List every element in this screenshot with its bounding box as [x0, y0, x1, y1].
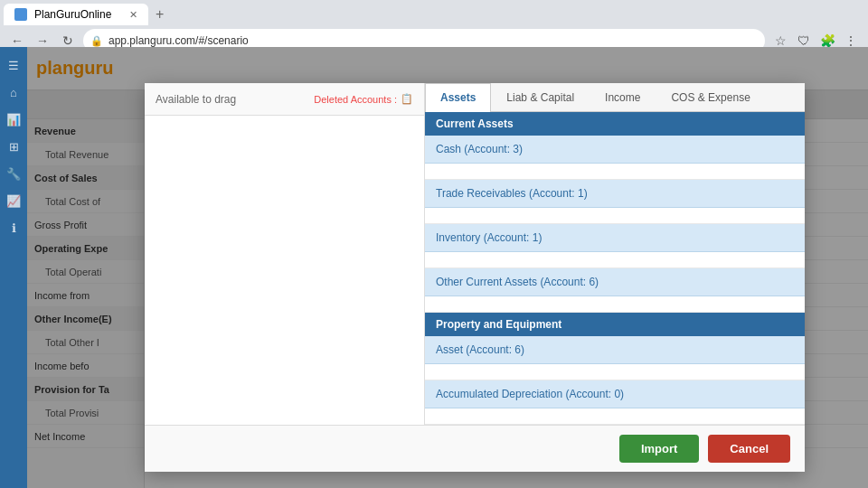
sidebar-home-icon[interactable]: ⌂ — [3, 81, 24, 103]
tab-income[interactable]: Income — [590, 83, 656, 111]
cancel-button[interactable]: Cancel — [708, 435, 790, 463]
modal-overlay: Available to drag Deleted Accounts : 📋 — [27, 47, 868, 488]
sidebar: ☰ ⌂ 📊 ⊞ 🔧 📈 ℹ — [0, 47, 27, 488]
account-list: Current Assets Cash (Account: 3) Trade R… — [425, 112, 805, 425]
import-button[interactable]: Import — [619, 435, 699, 463]
import-modal: Available to drag Deleted Accounts : 📋 — [145, 83, 805, 472]
deleted-accounts-label: Deleted Accounts : 📋 — [314, 93, 413, 105]
sidebar-menu-icon[interactable]: ☰ — [3, 54, 24, 76]
modal-footer: Import Cancel — [145, 425, 805, 472]
left-panel: Available to drag Deleted Accounts : 📋 — [145, 83, 425, 425]
sidebar-tools-icon[interactable]: 🔧 — [3, 163, 24, 184]
tab-assets[interactable]: Assets — [425, 83, 491, 112]
available-to-drag-label: Available to drag — [156, 93, 236, 106]
browser-tab-close[interactable]: ✕ — [129, 9, 137, 21]
browser-favicon — [14, 8, 27, 21]
account-item-asset[interactable]: Asset (Account: 6) — [425, 336, 805, 364]
sidebar-trend-icon[interactable]: 📈 — [3, 190, 24, 211]
tab-cos-expense[interactable]: COS & Expense — [656, 83, 765, 111]
current-assets-header: Current Assets — [425, 112, 805, 136]
account-item-other-current[interactable]: Other Current Assets (Account: 6) — [425, 268, 805, 296]
modal-body: Available to drag Deleted Accounts : 📋 — [145, 83, 805, 425]
account-sub-row — [425, 252, 805, 268]
account-sub-row — [425, 408, 805, 425]
sidebar-grid-icon[interactable]: ⊞ — [3, 136, 24, 157]
account-item-cash[interactable]: Cash (Account: 3) — [425, 136, 805, 164]
deleted-accounts-icon[interactable]: 📋 — [401, 93, 413, 105]
account-sub-row — [425, 164, 805, 180]
account-item-inventory[interactable]: Inventory (Account: 1) — [425, 224, 805, 252]
browser-tab[interactable]: PlanGuruOnline ✕ — [4, 4, 148, 25]
property-equipment-header: Property and Equipment — [425, 313, 805, 336]
tab-liab-capital[interactable]: Liab & Capital — [491, 83, 590, 111]
lock-icon: 🔒 — [90, 35, 103, 47]
account-item-depreciation[interactable]: Accumulated Depreciation (Account: 0) — [425, 380, 805, 408]
right-panel: Assets Liab & Capital Income COS & Expen… — [425, 83, 805, 425]
new-tab-button[interactable]: + — [152, 6, 167, 23]
url-text: app.planguru.com/#/scenario — [108, 34, 736, 47]
account-sub-row — [425, 364, 805, 380]
app-container: ☰ ⌂ 📊 ⊞ 🔧 📈 ℹ planguru Revenue Total Rev… — [0, 47, 868, 488]
sidebar-chart-icon[interactable]: 📊 — [3, 108, 24, 130]
left-panel-header: Available to drag Deleted Accounts : 📋 — [145, 83, 424, 116]
tabs-row: Assets Liab & Capital Income COS & Expen… — [425, 83, 805, 112]
account-sub-row — [425, 208, 805, 224]
account-sub-row — [425, 296, 805, 313]
sidebar-info-icon[interactable]: ℹ — [3, 217, 24, 239]
left-panel-body — [145, 116, 424, 425]
main-content: planguru Revenue Total Revenue Cost of S… — [27, 47, 868, 488]
browser-tab-title: PlanGuruOnline — [34, 8, 111, 21]
browser-chrome: PlanGuruOnline ✕ + ← → ↻ 🔒 app.planguru.… — [0, 0, 868, 47]
account-item-receivables[interactable]: Trade Receivables (Account: 1) — [425, 180, 805, 208]
browser-tabs: PlanGuruOnline ✕ + — [0, 0, 868, 25]
